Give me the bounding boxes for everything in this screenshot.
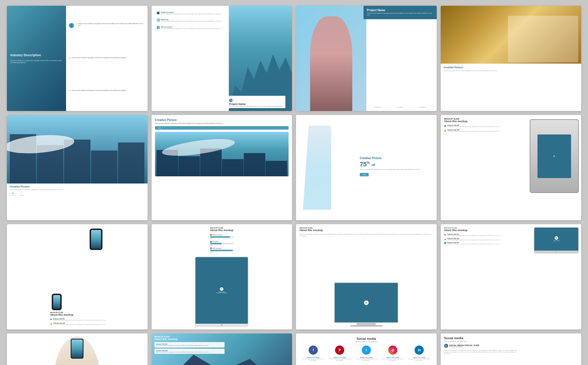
menu-item-2: 📊 Marketing There are many variations of… [157, 19, 222, 23]
watch-image: G [530, 119, 579, 193]
feat-text-3: Features title #03 There are many variat… [447, 242, 501, 245]
feat-icon-2 [444, 129, 446, 132]
bar-track-1 [210, 236, 234, 238]
left-content: 📱 Mobile Developer There are many variat… [154, 9, 225, 35]
slide-social-media-icons: Social media Type the subtitle of your g… [296, 333, 437, 365]
brand-circle: G [555, 236, 558, 240]
stat-2: Lorem Ipsum [397, 104, 403, 109]
cloud-icon: ☁ [11, 192, 14, 194]
bar-3: Web Developer 98% [210, 247, 234, 253]
text-block-2: There are many variations of passages of… [71, 57, 127, 59]
slide-social-media-bars: Social media Type the subtitle of your g… [441, 333, 581, 365]
feat-desc-2: There are many variations of passages of… [53, 324, 107, 325]
tablet-device: G Business Graph PRESENTATION TEMPLATE [534, 227, 579, 253]
feat-icon-1 [444, 125, 446, 127]
bar-label-1: Mobile Developer 85% [210, 234, 234, 239]
tablet-screen: G Business Graph PRESENTATION TEMPLATE [196, 257, 248, 324]
building-figure [303, 126, 359, 210]
slide-title: Creative Picture [360, 157, 433, 160]
discount-number: 75 [360, 161, 367, 168]
stat-label-2: Lorem Ipsum [397, 106, 403, 108]
bar-1: Mobile Developer 85% [210, 234, 234, 239]
slide-creative-more: Creative Picture There are many variatio… [152, 115, 292, 220]
home-btn [556, 251, 557, 253]
slide-desc: There are many variations of lorem ipsum… [10, 189, 145, 190]
more-button[interactable]: more [155, 126, 289, 130]
slide-project-name-woman: Project Name There are many variations o… [296, 6, 437, 111]
social-icons-row: f P t ◎ in [300, 346, 433, 355]
brand-sub: PRESENTATION TEMPLATE [449, 346, 479, 348]
phone-in-hand [71, 339, 84, 359]
more-button[interactable]: more [360, 173, 369, 176]
pinterest-icon: P [335, 346, 344, 355]
profile-item-3: " There are many variations of passages … [69, 90, 145, 94]
slide-subtitle: Type the subtitle of your great here [444, 340, 518, 342]
slide-desc: There are many variations of passages of… [444, 350, 518, 354]
feat-icon-1 [444, 234, 446, 236]
discount-value: 75% [360, 161, 372, 168]
quote-block-1: " There are many variations of passages … [76, 23, 145, 27]
slide-mockup-tablet-right: MOCKUP SLIDE About this mockup Features … [441, 224, 581, 329]
stat-3: Lorem Ipsum [419, 104, 425, 109]
feature-1: Features title #01 There are many variat… [444, 233, 527, 237]
monitor-foot [357, 323, 376, 325]
menu-desc-2: There are many variations of passages of… [161, 20, 222, 23]
brand-text: SOCIAL MEDIA SPECIAL SLIDE PRESENTATION … [449, 344, 479, 348]
stat-label-3: Lorem Ipsum [419, 106, 425, 108]
slide-mockup-monitor: MOCKUP SLIDE About this mockup There are… [296, 224, 437, 329]
bar-2: Marketing 50% [210, 241, 234, 246]
icon-item-1: ☁ Lorem Ipsum [10, 192, 16, 196]
icon-row: ☁ Lorem Ipsum ♪ Lorem Ipsum [10, 192, 145, 196]
text-block-3: There are many variations of passages of… [71, 90, 127, 91]
feature-2: Features title #02 There are many variat… [50, 322, 107, 325]
quote-text-2: There are many variations of passages of… [71, 57, 127, 59]
feat-icon-2 [50, 323, 52, 325]
slide-title: Social media [300, 337, 433, 340]
slide-mockup-watch: MOCKUP SLIDE About this mockup Features … [441, 115, 581, 220]
watch-brand: G [554, 155, 555, 157]
menu-desc-3: There are many variations of passages of… [161, 28, 222, 31]
quote-mark: " [76, 23, 77, 27]
profile-item-2: " There are many variations of passages … [69, 57, 145, 61]
woman-figure [310, 16, 352, 111]
feat-icon-1 [50, 318, 52, 320]
bldg-2 [178, 156, 200, 176]
bar-lbl-2: Marketing [210, 241, 234, 243]
bar-icon-2 [210, 241, 212, 243]
slide-title: Creative Picture [155, 118, 289, 122]
building-4 [91, 151, 117, 184]
slide-mockup-hand-phone: MOCKUP SLIDE About this mockup Features … [7, 333, 148, 365]
slide-mockup-phones: MOCKUP SLIDE About this mockup Features … [7, 224, 148, 329]
slide-title: Creative Picture [444, 66, 579, 69]
hand-bg [54, 336, 100, 365]
slide-content: Creative Picture There are many variatio… [7, 184, 148, 198]
feat-text-2: Features title #02 There are many variat… [53, 322, 107, 325]
bar-pct-3: 98% [210, 251, 234, 253]
menu-text-3: Web Developer There are many variations … [161, 26, 222, 31]
off-label: off [372, 164, 375, 167]
header-bar: Project Name There are many variations o… [363, 6, 437, 19]
slide-creative-discount: Creative Picture 75% off There are many … [296, 115, 437, 220]
slide-industry-description: Industry Description We are on mission t… [7, 6, 148, 111]
feat-desc-1: There are many variations of passages of… [447, 235, 501, 237]
building-image [7, 115, 148, 184]
content-desc-2: There are many variations of passages of… [156, 352, 223, 353]
quote-mark-3: " [69, 90, 70, 94]
feat-desc-1: There are many variations of passages of… [448, 126, 501, 128]
feat-desc-2: There are many variations of passages of… [448, 239, 501, 241]
social-desc-2: There are many variations of passages of… [328, 358, 352, 361]
bar-icon-1 [210, 234, 212, 236]
tablet-wrap: G Business Graph PRESENTATION TEMPLATE [534, 227, 579, 253]
linkedin-icon: in [415, 346, 424, 355]
brand-icon: G [364, 300, 369, 305]
phone-stack [52, 227, 102, 312]
slide-right: 78% 49% 83% 56% [444, 358, 578, 365]
slide-subtitle: Type the subtitle of your great here [300, 341, 433, 343]
tablet-image: G Business Graph PRESENTATION TEMPLATE [195, 257, 248, 327]
quote-mark-2: " [69, 57, 70, 61]
menu-icon-2: 📊 [157, 19, 160, 22]
feature-1: Features title #01 There are many variat… [444, 124, 522, 128]
brand-box: G SOCIAL MEDIA SPECIAL SLIDE PRESENTATIO… [444, 344, 518, 348]
tablet-home [196, 324, 248, 326]
facebook-icon: f [309, 346, 318, 355]
